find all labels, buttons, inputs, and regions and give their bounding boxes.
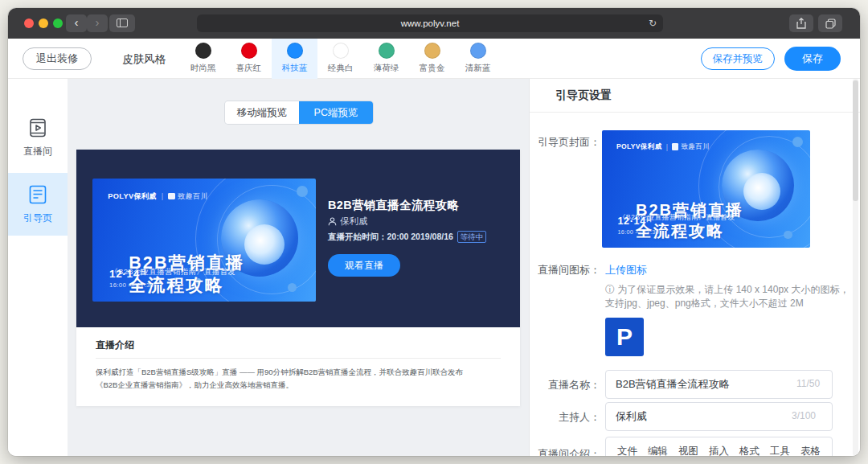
- divider: |: [162, 192, 164, 200]
- banner-torus-core: [244, 224, 285, 265]
- editor-menu-format[interactable]: 格式: [739, 445, 760, 456]
- partner-name: 致趣百川: [681, 142, 710, 152]
- skin-option-tech-blue[interactable]: 科技蓝: [272, 39, 317, 79]
- banner-brand-row: POLYV保利威 | 致趣百川: [108, 191, 208, 202]
- reload-icon[interactable]: ↻: [649, 14, 657, 32]
- partner-logo-icon: [168, 193, 175, 200]
- skin-label: 喜庆红: [236, 63, 262, 74]
- skin-label: 科技蓝: [282, 63, 308, 74]
- sidebar-item-live-room[interactable]: 直播间: [8, 106, 68, 169]
- sidebar-toggle-button[interactable]: [109, 14, 135, 32]
- banner-date-suffix: 日: [140, 269, 146, 276]
- tab-mobile-preview[interactable]: 移动端预览: [225, 101, 299, 124]
- live-intro-section: 直播介绍 保利威打造「B2B营销直播S级攻略」直播 —— 用90分钟拆解B2B营…: [76, 327, 520, 406]
- live-header-panel: POLYV保利威 | 致趣百川 B2B营销直播 全流程攻略 《B2B企业直播营销…: [76, 150, 520, 327]
- live-name-counter: 11/50: [796, 378, 820, 389]
- guide-page-settings-panel: 引导页设置 引导页封面： POLYV保利威 | 致趣百川 B2B营销直播: [529, 79, 860, 456]
- banner-date-number: 12·14: [618, 216, 646, 227]
- tabs-icon: [825, 18, 836, 29]
- host-counter: 3/100: [792, 410, 816, 421]
- skin-swatch-white: [333, 43, 349, 59]
- skin-option-gold[interactable]: 富贵金: [409, 39, 455, 79]
- panel-scrollbar-thumb[interactable]: [853, 80, 858, 201]
- skin-label: 经典白: [328, 63, 354, 74]
- banner-time: 16:00 — 17:30: [109, 281, 154, 289]
- preview-mode-tabs: 移动端预览 PC端预览: [225, 101, 373, 124]
- divider: |: [666, 143, 669, 151]
- sidebar-item-guide-page[interactable]: 引导页: [8, 173, 68, 236]
- skin-style-title: 皮肤风格: [122, 52, 166, 67]
- editor-menu-table[interactable]: 表格: [800, 445, 821, 456]
- pc-preview-card: POLYV保利威 | 致趣百川 B2B营销直播 全流程攻略 《B2B企业直播营销…: [76, 150, 520, 406]
- skin-swatch-gold: [424, 43, 440, 59]
- save-button[interactable]: 保存: [784, 47, 841, 71]
- live-title: B2B营销直播全流程攻略: [328, 198, 459, 213]
- address-bar[interactable]: www.polyv.net ↻: [197, 14, 663, 32]
- skin-label: 时尚黑: [190, 63, 216, 74]
- editor-menu-file[interactable]: 文件: [617, 445, 637, 456]
- intro-heading: 直播介绍: [96, 339, 134, 352]
- upload-icon-link[interactable]: 上传图标: [605, 263, 647, 277]
- icon-upload-tip: ⓘ 为了保证显示效果，请上传 140 x 140px 大小的图标，支持jpg、j…: [605, 283, 854, 311]
- editor-menu-edit[interactable]: 编辑: [648, 445, 668, 456]
- skin-option-fresh-blue[interactable]: 清新蓝: [455, 39, 501, 79]
- skin-options: 时尚黑 喜庆红 科技蓝 经典白 薄荷绿 富贵金: [180, 39, 501, 79]
- icon-tip-text: 为了保证显示效果，请上传 140 x 140px 大小的图标，支持jpg、jpe…: [605, 284, 849, 309]
- share-icon: [796, 18, 806, 29]
- close-window-button[interactable]: [24, 18, 34, 28]
- forward-button[interactable]: ›: [87, 14, 108, 32]
- skin-swatch-blue: [287, 43, 303, 59]
- zoom-window-button[interactable]: [53, 18, 63, 28]
- cover-label: 引导页封面：: [530, 135, 600, 150]
- content-area: 直播间 引导页 移动端预览 PC端预览: [8, 79, 860, 456]
- live-name-label: 直播名称：: [530, 378, 600, 392]
- room-icon-image: P: [605, 318, 644, 356]
- editor-menu-insert[interactable]: 插入: [709, 445, 729, 456]
- minimize-window-button[interactable]: [39, 18, 48, 28]
- skin-option-white[interactable]: 经典白: [317, 39, 363, 79]
- editor-menu-view[interactable]: 视图: [678, 445, 698, 456]
- info-icon: ⓘ: [605, 284, 615, 295]
- exit-decorate-button[interactable]: 退出装修: [23, 47, 92, 70]
- tab-pc-preview[interactable]: PC端预览: [299, 101, 373, 124]
- decorator-toolbar: 退出装修 皮肤风格 时尚黑 喜庆红 科技蓝 经典白 薄荷绿: [8, 39, 860, 79]
- start-time-text: 直播开始时间：20:00 2019/08/16: [328, 232, 453, 241]
- left-sidebar: 直播间 引导页: [8, 79, 68, 456]
- skin-option-green[interactable]: 薄荷绿: [363, 39, 409, 79]
- live-speaker: 保利威: [340, 216, 368, 228]
- banner-date: 12·14日 16:00 — 17:30: [618, 216, 659, 236]
- browser-titlebar: ‹ › www.polyv.net ↻: [8, 8, 860, 39]
- skin-option-black[interactable]: 时尚黑: [180, 39, 226, 79]
- banner-dot: [784, 231, 792, 239]
- polyv-logo-text: POLYV保利威: [616, 142, 662, 152]
- sidebar-toggle-icon: [117, 18, 128, 27]
- sidebar-item-label: 直播间: [8, 145, 68, 158]
- guide-cover-thumbnail[interactable]: POLYV保利威 | 致趣百川 B2B营销直播 全流程攻略 《B2B企业直播营销…: [602, 130, 810, 248]
- back-button[interactable]: ‹: [66, 14, 87, 32]
- room-intro-editor[interactable]: 文件 编辑 视图 插入 格式 工具 表格: [605, 437, 833, 456]
- divider: [96, 358, 501, 359]
- save-and-preview-button[interactable]: 保存并预览: [701, 47, 776, 70]
- skin-option-red[interactable]: 喜庆红: [226, 39, 272, 79]
- banner-date-suffix: 日: [646, 216, 652, 223]
- banner-brand-row: POLYV保利威 | 致趣百川: [616, 142, 710, 152]
- skin-swatch-black: [195, 43, 211, 59]
- banner-date-number: 12·14: [109, 268, 140, 280]
- settings-panel-title: 引导页设置: [555, 88, 612, 103]
- editor-menu-tools[interactable]: 工具: [770, 445, 790, 456]
- live-start-time: 直播开始时间：20:00 2019/08/16等待中: [328, 231, 486, 243]
- partner-logo-icon: [672, 143, 678, 150]
- host-label: 主持人：: [530, 410, 600, 425]
- person-icon: [328, 217, 337, 226]
- tab-overview-button[interactable]: [818, 14, 842, 32]
- skin-swatch-green: [379, 43, 395, 59]
- watch-live-button[interactable]: 观看直播: [328, 254, 400, 277]
- share-button[interactable]: [789, 14, 813, 32]
- skin-swatch-fresh-blue: [470, 43, 486, 59]
- banner-dot: [288, 283, 297, 292]
- divider: [530, 112, 860, 113]
- preview-area: 移动端预览 PC端预览 POLYV保利威 |: [68, 79, 529, 456]
- polyv-logo-text: POLYV保利威: [108, 191, 157, 202]
- banner-dot: [297, 186, 308, 197]
- room-intro-label: 直播间介绍：: [530, 447, 600, 456]
